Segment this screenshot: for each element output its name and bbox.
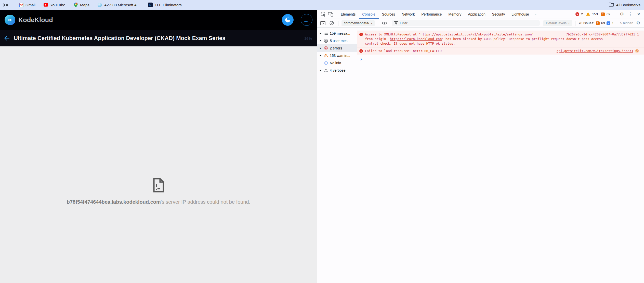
messages-count: 1	[612, 21, 614, 25]
console-context-selector[interactable]: chromewebdata/ ▾	[341, 20, 375, 26]
source-link[interactable]: api.getsitekit.com/v…ite/settings.json:1	[557, 49, 633, 53]
live-expression-eye-icon[interactable]	[381, 20, 388, 27]
tab-memory[interactable]: Memory	[445, 10, 465, 19]
close-devtools-icon[interactable]: ✕	[635, 11, 642, 18]
disclosure-triangle-icon[interactable]: ▶	[319, 32, 322, 34]
dark-mode-toggle[interactable]	[282, 14, 294, 26]
all-bookmarks-button[interactable]: All Bookmarks	[609, 2, 640, 7]
log-levels-dropdown[interactable]: Default levels ▾	[543, 20, 572, 26]
hamburger-menu-button[interactable]	[301, 14, 312, 26]
devtools-status-badges: ✕ 2 153 ! 69 ⚙ ⋮ ✕	[575, 11, 642, 18]
disclosure-triangle-icon[interactable]: ▶	[319, 69, 322, 71]
warning-triangle-icon[interactable]	[586, 12, 590, 17]
messages-badge-icon: ≡	[607, 21, 610, 25]
error-message: b78f54f474644bea.labs.kodekloud.com's se…	[67, 199, 251, 205]
disclosure-triangle-icon[interactable]: ▶	[319, 40, 322, 42]
az900-icon	[98, 3, 102, 7]
web-page: <> KodeKloud Ultimate Certified Kubernet…	[0, 10, 317, 283]
sidebar-item-verbose[interactable]: ▶ 4 verbose	[317, 67, 357, 74]
more-tabs-icon[interactable]: »	[532, 12, 538, 16]
broken-page-icon	[153, 178, 165, 194]
inspect-element-icon[interactable]	[320, 11, 327, 18]
bug-icon	[324, 68, 328, 72]
origin-url-link[interactable]: https://learn.kodekloud.com	[390, 37, 442, 41]
tab-elements[interactable]: Elements	[337, 10, 359, 19]
disclosure-triangle-icon[interactable]: ▶	[319, 47, 322, 49]
site-header: <> KodeKloud	[0, 10, 317, 30]
apps-grid-icon[interactable]	[4, 3, 8, 7]
clear-console-icon[interactable]	[328, 20, 335, 27]
error-count: 2	[581, 12, 583, 16]
console-sidebar: ▶ 159 messa... ▶ 5 user mes...	[317, 28, 357, 283]
warning-icon	[324, 53, 328, 58]
bookmark-gmail[interactable]: Gmail	[19, 3, 35, 7]
filter-funnel-icon	[394, 21, 398, 25]
chevron-down-icon: ▾	[568, 22, 570, 24]
error-circle-icon: ✕	[359, 49, 363, 53]
bookmark-maps[interactable]: Maps	[73, 3, 89, 7]
filter-input[interactable]	[400, 21, 537, 25]
console-filter[interactable]	[392, 20, 540, 26]
tab-application[interactable]: Application	[465, 10, 489, 19]
course-title-bar: Ultimate Certified Kubernetes Applicatio…	[0, 30, 317, 46]
tab-performance[interactable]: Performance	[418, 10, 445, 19]
issues-count: 69	[601, 21, 605, 25]
disclosure-triangle-icon[interactable]: ▶	[319, 54, 322, 57]
moon-icon	[285, 17, 290, 22]
source-link[interactable]: 7b267e0c-1dfc-4208-8607-0a77d39f7d21:1	[566, 32, 639, 37]
user-icon	[324, 38, 328, 43]
tab-network[interactable]: Network	[398, 10, 418, 19]
issues-badge-icon[interactable]: !	[601, 12, 605, 16]
console-sidebar-toggle-icon[interactable]	[319, 20, 326, 27]
brand-name[interactable]: KodeKloud	[18, 16, 53, 24]
tab-lighthouse[interactable]: Lighthouse	[508, 10, 532, 19]
bookmark-tle[interactable]: E TLE Eliminators	[148, 3, 182, 7]
hidden-messages-label: 5 hidden	[620, 21, 633, 25]
error-badge-icon[interactable]: ✕	[575, 12, 579, 16]
issues-badge-icon: !	[596, 21, 600, 25]
kodekloud-logo-icon[interactable]: <>	[5, 15, 15, 25]
devtools-tab-bar: Elements Console Sources Network Perform…	[317, 10, 644, 19]
tab-sources[interactable]: Sources	[379, 10, 398, 19]
divider	[604, 2, 604, 7]
devtools-panel: Elements Console Sources Network Perform…	[317, 10, 644, 283]
maps-icon	[73, 3, 78, 7]
network-request-icon[interactable]: ⇅	[635, 49, 639, 53]
kebab-menu-icon[interactable]: ⋮	[627, 11, 634, 18]
tab-console[interactable]: Console	[359, 10, 378, 19]
error-line-3: control check: It does not have HTTP ok …	[365, 41, 639, 46]
browser-window: Gmail YouTube Maps AZ-900 Microsoft A...…	[0, 0, 644, 283]
settings-gear-icon[interactable]: ⚙	[619, 11, 625, 18]
warning-count: 153	[592, 12, 598, 16]
sidebar-item-all-messages[interactable]: ▶ 159 messa...	[317, 30, 357, 37]
bookmark-label: YouTube	[50, 3, 65, 7]
sidebar-item-errors[interactable]: ▶ ✕ 2 errors	[317, 44, 357, 52]
failed-domain: b78f54f474644bea.labs.kodekloud.com	[67, 199, 161, 205]
folder-icon	[609, 2, 614, 7]
error-icon: ✕	[324, 46, 328, 50]
console-toolbar: chromewebdata/ ▾ Default levels ▾	[317, 19, 644, 28]
sidebar-item-warnings[interactable]: ▶ 153 warnin...	[317, 52, 357, 59]
gmail-icon	[19, 3, 23, 7]
prompt-chevron-icon: ❯	[360, 57, 362, 61]
sidebar-item-user-messages[interactable]: ▶ 5 user mes...	[317, 37, 357, 44]
error-line-2: from origin 'https://learn.kodekloud.com…	[365, 37, 639, 41]
issues-summary[interactable]: 70 Issues: ! 69 ≡ 1	[579, 21, 614, 25]
console-error-net: ✕ Failed to load resource: net::ERR_FAIL…	[357, 47, 644, 55]
bookmark-label: TLE Eliminators	[155, 3, 182, 7]
request-url-link[interactable]: https://api.getsitekit.com/v1/sk-public/…	[420, 32, 532, 36]
console-prompt[interactable]: ❯	[357, 55, 644, 61]
back-arrow-icon[interactable]	[4, 35, 10, 42]
page-title: Ultimate Certified Kubernetes Applicatio…	[14, 35, 226, 42]
bookmark-label: Gmail	[25, 3, 35, 7]
issues-count: 69	[607, 12, 610, 16]
sidebar-item-info[interactable]: ▶ i No info	[317, 59, 357, 67]
device-toolbar-icon[interactable]	[327, 11, 334, 18]
console-settings-gear-icon[interactable]: ⚙	[635, 20, 641, 27]
bookmarks-bar: Gmail YouTube Maps AZ-900 Microsoft A...…	[0, 0, 644, 10]
bookmark-az900[interactable]: AZ-900 Microsoft A...	[98, 3, 140, 7]
tle-icon: E	[148, 3, 153, 7]
tab-security[interactable]: Security	[489, 10, 508, 19]
iframe-error-page: b78f54f474644bea.labs.kodekloud.com's se…	[0, 46, 317, 283]
bookmark-youtube[interactable]: YouTube	[44, 3, 65, 7]
